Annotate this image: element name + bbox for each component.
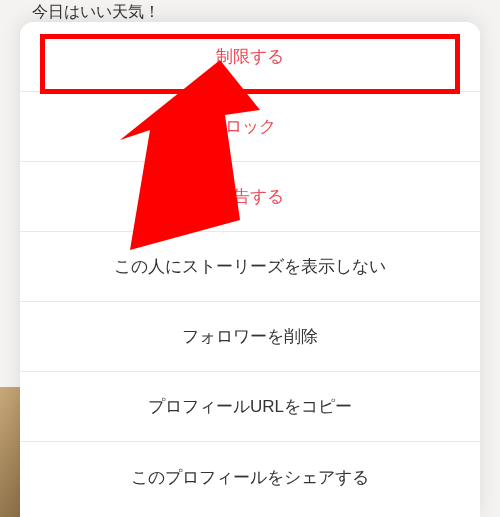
action-sheet: 制限する ロック 報告する この人にストーリーズを表示しない フォロワーを削除 … [20, 22, 480, 517]
restrict-option[interactable]: 制限する [20, 22, 480, 92]
remove-follower-option[interactable]: フォロワーを削除 [20, 302, 480, 372]
block-option[interactable]: ロック [20, 92, 480, 162]
share-profile-option[interactable]: このプロフィールをシェアする [20, 442, 480, 512]
hide-story-option[interactable]: この人にストーリーズを表示しない [20, 232, 480, 302]
background-photo [0, 387, 20, 517]
copy-url-option[interactable]: プロフィールURLをコピー [20, 372, 480, 442]
background-caption: 今日はいい天気！ [32, 2, 160, 23]
report-option[interactable]: 報告する [20, 162, 480, 232]
